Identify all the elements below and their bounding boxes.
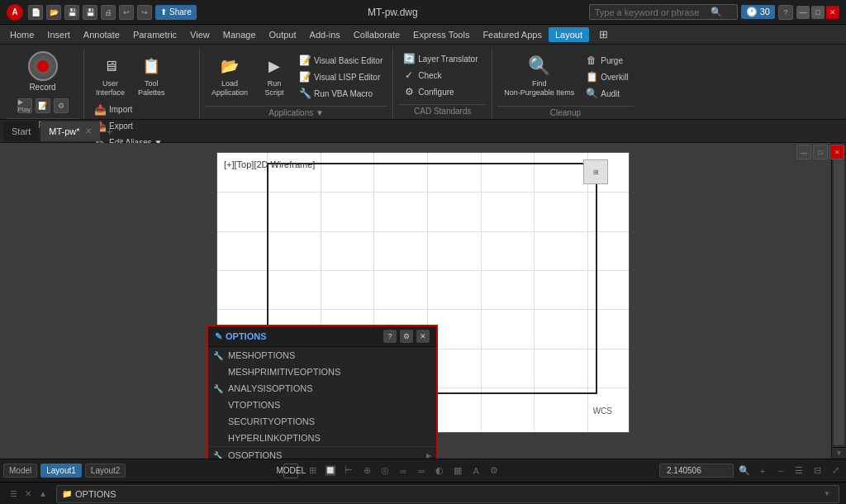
open-icon[interactable]: 📂	[46, 5, 61, 20]
close-popup-icon[interactable]: ✕	[416, 330, 430, 343]
tab-close-icon[interactable]: ✕	[85, 126, 92, 136]
vba-editor-button[interactable]: 📝 Visual Basic Editor	[296, 53, 386, 68]
save-icon[interactable]: 💾	[64, 5, 79, 20]
cmd-close-icon[interactable]: ✕	[21, 487, 35, 501]
tab-mt-pw[interactable]: MT-pw* ✕	[40, 121, 99, 141]
tab-start[interactable]: Start	[3, 121, 39, 141]
ribbon-group-cadstandards: 🔄 Layer Translator ✓ Check ⚙ Configure C…	[393, 48, 492, 119]
tab-start-label: Start	[12, 126, 31, 136]
minus-icon[interactable]: −	[773, 464, 788, 478]
menu-addins[interactable]: Add-ins	[303, 27, 347, 42]
load-application-button[interactable]: 📂 LoadApplication	[207, 51, 253, 101]
close-button[interactable]: ✕	[826, 6, 839, 19]
overkill-button[interactable]: 📋 Overkill	[582, 69, 631, 84]
run-script-button[interactable]: ▶ RunScript	[256, 51, 292, 101]
layer-translator-button[interactable]: 🔄 Layer Translator	[400, 51, 481, 66]
menu-layout[interactable]: Layout	[549, 27, 589, 42]
command-dropdown-icon[interactable]: ▼	[820, 487, 834, 501]
search-box[interactable]: 🔍	[589, 4, 738, 20]
purge-button[interactable]: 🗑 Purge	[582, 53, 631, 68]
undo-icon[interactable]: ↩	[119, 5, 134, 20]
plus-icon[interactable]: +	[755, 464, 770, 478]
redo-icon[interactable]: ↪	[137, 5, 152, 20]
polar-icon[interactable]: ⊕	[359, 464, 374, 478]
menu-collaborate[interactable]: Collaborate	[347, 27, 406, 42]
menu-view[interactable]: View	[183, 27, 216, 42]
snap-icon[interactable]: 🔲	[323, 464, 338, 478]
autocomplete-item-meshprimitive[interactable]: MESHPRIMITIVEOPTIONS	[208, 364, 436, 380]
menu-manage[interactable]: Manage	[216, 27, 263, 42]
menu-featured[interactable]: Featured Apps	[476, 27, 549, 42]
ortho-icon[interactable]: ⊢	[341, 464, 356, 478]
configure-button[interactable]: ⚙ Configure	[400, 84, 457, 99]
autocomplete-item-analysis[interactable]: 🔧 ANALYSISOPTIONS	[208, 380, 436, 397]
layout2-tab[interactable]: Layout2	[85, 464, 126, 478]
selection-icon[interactable]: ▦	[450, 464, 465, 478]
zoom-icon[interactable]: 🔍	[737, 464, 752, 478]
layout-icon[interactable]: ☰	[791, 464, 806, 478]
autocomplete-item-meshoptions[interactable]: 🔧 MESHOPTIONS	[208, 347, 436, 364]
vba-macro-button[interactable]: 🔧 Run VBA Macro	[296, 86, 386, 101]
cmd-toggle-icon[interactable]: ☰	[7, 487, 20, 501]
scroll-thumb[interactable]	[834, 156, 844, 445]
recorder-extra[interactable]: 📝	[36, 98, 50, 113]
menu-annotate[interactable]: Annotate	[77, 27, 126, 42]
restore-icon[interactable]: —	[796, 145, 811, 159]
grid-icon[interactable]: ⊞	[305, 464, 320, 478]
menu-parametric[interactable]: Parametric	[126, 27, 183, 42]
panels-icon[interactable]: ⊟	[810, 464, 825, 478]
save-as-icon[interactable]: 💾	[83, 5, 97, 20]
check-button[interactable]: ✓ Check	[400, 68, 444, 83]
search-input[interactable]	[595, 7, 711, 17]
record-button[interactable]: Record	[28, 51, 58, 92]
lisp-editor-button[interactable]: 📝 Visual LISP Editor	[296, 69, 386, 84]
menu-output[interactable]: Output	[263, 27, 303, 42]
autocomplete-item-osoptions[interactable]: 🔧 OSOPTIONS	[208, 446, 436, 459]
cadstandards-content: 🔄 Layer Translator ✓ Check ⚙ Configure	[398, 48, 487, 102]
find-purgeable-button[interactable]: 🔍 FindNon-Purgeable Items	[499, 51, 579, 101]
command-input[interactable]	[75, 489, 820, 499]
lisp-icon: 📝	[299, 71, 311, 83]
print-icon[interactable]: 🖨	[101, 5, 116, 20]
help-popup-icon[interactable]: ?	[383, 330, 397, 343]
menu-extra[interactable]: ⊞	[592, 26, 615, 43]
model-space-icon[interactable]: MODEL	[283, 464, 298, 478]
settings-popup-icon[interactable]: ⚙	[400, 330, 413, 343]
autocomplete-item-security[interactable]: SECURITYOPTIONS	[208, 413, 436, 430]
recorder-extra2[interactable]: ⚙	[54, 98, 69, 113]
workspace-icon[interactable]: ⚙	[487, 464, 501, 478]
menu-insert[interactable]: Insert	[40, 27, 77, 42]
scroll-down[interactable]: ▼	[832, 447, 846, 459]
model-tab[interactable]: Model	[3, 464, 37, 478]
fullscreen-icon[interactable]: ⤢	[828, 464, 843, 478]
new-icon[interactable]: 📄	[28, 5, 43, 20]
share-icon[interactable]: ⬆ Share	[155, 5, 197, 20]
transparency-icon[interactable]: ◐	[432, 464, 447, 478]
float-icon[interactable]: □	[813, 145, 828, 159]
lineweight-icon[interactable]: ═	[414, 464, 429, 478]
clock-button[interactable]: 🕐 30	[741, 5, 775, 19]
app-logo[interactable]: A	[7, 4, 23, 21]
tab-add-button[interactable]: +	[102, 123, 118, 140]
tool-palettes-button[interactable]: 📋 ToolPalettes	[133, 51, 170, 101]
cmd-up-icon[interactable]: ▲	[36, 487, 50, 501]
otrack-icon[interactable]: ∞	[396, 464, 411, 478]
audit-button[interactable]: 🔍 Audit	[582, 86, 631, 101]
import-button[interactable]: 📥 Import	[91, 102, 165, 117]
configure-icon: ⚙	[403, 86, 415, 97]
menu-home[interactable]: Home	[3, 27, 40, 42]
annotation-icon[interactable]: A	[468, 464, 483, 478]
osnap-icon[interactable]: ◎	[378, 464, 392, 478]
help-icon[interactable]: ?	[778, 5, 793, 20]
maximize-button[interactable]: □	[811, 6, 825, 19]
view-cube[interactable]: ⊞	[583, 159, 608, 184]
user-interface-button[interactable]: 🖥 UserInterface	[91, 51, 130, 101]
autocomplete-item-hyperlink[interactable]: HYPERLINKOPTIONS	[208, 430, 436, 446]
status-center-icons: MODEL ⊞ 🔲 ⊢ ⊕ ◎ ∞ ═ ◐ ▦ A ⚙	[129, 464, 656, 478]
play-button[interactable]: ▶ Play	[17, 98, 32, 113]
layout1-tab[interactable]: Layout1	[40, 464, 82, 478]
menu-express[interactable]: Express Tools	[406, 27, 476, 42]
minimize-button[interactable]: —	[796, 6, 810, 19]
vp-close-icon[interactable]: ✕	[829, 145, 844, 159]
autocomplete-item-vtoptions[interactable]: VTOPTIONS	[208, 397, 436, 413]
